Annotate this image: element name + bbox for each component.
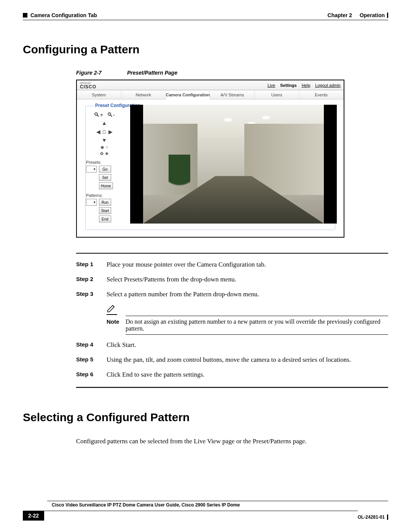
tab-events[interactable]: Events	[299, 90, 344, 99]
patterns-run-button[interactable]: Run	[99, 199, 111, 206]
step-1-text: Place your mouse pointer over the Camera…	[107, 260, 388, 269]
nav-logout[interactable]: Logout admin	[315, 83, 341, 88]
tab-av-streams[interactable]: A/V Streams	[210, 90, 255, 99]
steps-bottom-rule	[76, 387, 388, 388]
header-bar-icon	[387, 13, 388, 18]
nav-live[interactable]: Live	[268, 83, 275, 88]
step-5-text: Using the pan, tilt, and zoom control bu…	[107, 356, 388, 364]
iris-close-icon[interactable]: ○	[105, 145, 108, 149]
section-heading-configuring: Configuring a Pattern	[23, 43, 388, 56]
presets-dropdown[interactable]: ▾	[86, 166, 97, 173]
steps-top-rule	[76, 253, 388, 254]
figure-screenshot: ı|ıı|ıı|ı CISCO Live Settings Help Logou…	[76, 80, 344, 238]
focus-near-icon[interactable]: ✿	[100, 151, 104, 156]
footer-title: Cisco Video Surveillance IP PTZ Dome Cam…	[47, 501, 388, 511]
header-left-text: Camera Configuration Tab	[30, 12, 97, 18]
page-footer: Cisco Video Surveillance IP PTZ Dome Cam…	[23, 501, 388, 521]
step-6: Step 6 Click End to save the pattern set…	[76, 371, 388, 379]
focus-far-icon[interactable]: ❀	[105, 151, 108, 156]
presets-home-button[interactable]: Home	[99, 182, 113, 189]
header-rule	[23, 20, 388, 20]
page-header: Camera Configuration Tab Chapter 2 Opera…	[23, 12, 388, 18]
tab-system[interactable]: System	[77, 90, 121, 99]
ptz-control-pane: 🔍︎+ 🔍︎- ▲ ◀ ⌂ ▶ ▼ ◉ ○ ✿ ❀ Prese	[84, 105, 125, 232]
presets-label: Presets:	[84, 160, 125, 165]
figure-caption: Figure 2-7 Preset/Pattern Page	[76, 70, 388, 76]
step-4-text: Click Start.	[107, 341, 388, 350]
step-3-text: Select a pattern number from the Pattern…	[107, 290, 388, 299]
step-5: Step 5 Using the pan, tilt, and zoom con…	[76, 356, 388, 364]
step-1-label: Step 1	[76, 260, 107, 269]
presets-go-button[interactable]: Go	[99, 166, 111, 173]
iris-open-icon[interactable]: ◉	[100, 145, 104, 149]
step-4: Step 4 Click Start.	[76, 341, 388, 350]
presets-set-button[interactable]: Set	[99, 174, 111, 181]
step-1: Step 1 Place your mouse pointer over the…	[76, 260, 388, 269]
note-label: Note	[76, 318, 126, 332]
header-square-icon	[23, 13, 27, 18]
figure-title: Preset/Pattern Page	[127, 70, 177, 76]
footer-page-number: 2-22	[23, 511, 44, 521]
footer-docid: OL-24281-01	[358, 514, 385, 520]
note-text: Do not assign an existing pattern number…	[126, 318, 388, 332]
note-block: Note Do not assign an existing pattern n…	[76, 305, 388, 335]
step-5-label: Step 5	[76, 356, 107, 364]
pencil-icon	[107, 305, 388, 313]
svg-line-1	[113, 305, 114, 307]
step-3: Step 3 Select a pattern number from the …	[76, 290, 388, 299]
nav-settings[interactable]: Settings	[280, 83, 296, 88]
arrow-left-icon[interactable]: ◀	[96, 129, 100, 135]
step-2-text: Select Presets/Patterns from the drop-do…	[107, 275, 388, 284]
step-6-text: Click End to save the pattern settings.	[107, 371, 388, 379]
zoom-in-icon[interactable]: 🔍︎+	[94, 112, 103, 118]
section-heading-selecting: Selecting a Configured Pattern	[23, 411, 388, 424]
arrow-down-icon[interactable]: ▼	[102, 137, 107, 143]
step-3-label: Step 3	[76, 290, 107, 299]
patterns-label: Patterns:	[84, 193, 125, 198]
figure-label: Figure 2-7	[76, 70, 126, 76]
nav-help[interactable]: Help	[302, 83, 311, 88]
patterns-end-button[interactable]: End	[99, 216, 111, 222]
step-4-label: Step 4	[76, 341, 107, 350]
header-chapter-title: Operation	[360, 12, 385, 18]
footer-bar-icon	[387, 514, 388, 520]
camera-video-view	[130, 105, 337, 224]
home-icon[interactable]: ⌂	[102, 128, 107, 136]
step-6-label: Step 6	[76, 371, 107, 379]
cisco-logo: ı|ıı|ıı|ı CISCO	[80, 81, 96, 89]
tab-camera-configuration[interactable]: Camera Configuration	[166, 91, 210, 99]
tab-users[interactable]: Users	[255, 90, 299, 99]
patterns-dropdown[interactable]: ▾	[86, 199, 97, 206]
arrow-right-icon[interactable]: ▶	[108, 129, 113, 135]
patterns-start-button[interactable]: Start	[99, 207, 111, 214]
step-2: Step 2 Select Presets/Patterns from the …	[76, 275, 388, 284]
step-2-label: Step 2	[76, 275, 107, 284]
section2-paragraph: Configured patterns can be selected from…	[76, 438, 388, 445]
tab-network[interactable]: Network	[121, 90, 166, 99]
zoom-out-icon[interactable]: 🔍︎-	[107, 112, 115, 118]
arrow-up-icon[interactable]: ▲	[102, 120, 107, 126]
header-chapter: Chapter 2	[328, 12, 352, 18]
